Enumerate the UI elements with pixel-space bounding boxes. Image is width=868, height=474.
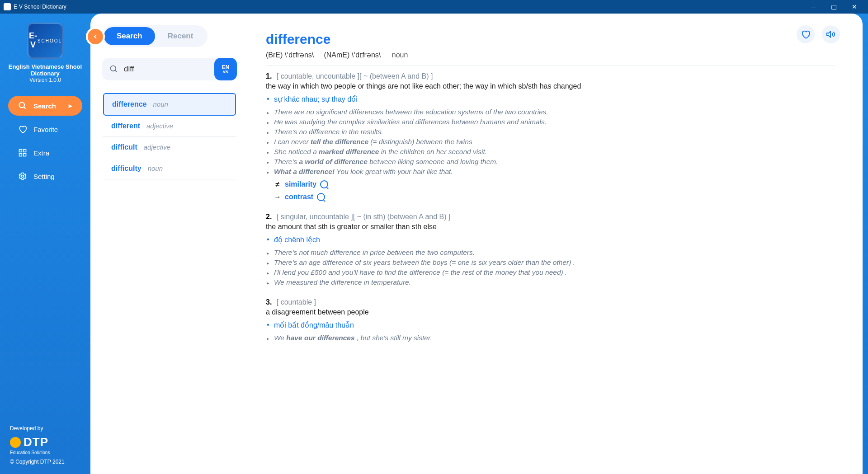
heart-icon — [18, 125, 27, 134]
tab-recent[interactable]: Recent — [155, 27, 206, 45]
bre-label: (BrE) — [266, 51, 283, 59]
name-ipa: \ˈdɪfrəns\ — [352, 51, 381, 59]
svg-line-8 — [115, 70, 117, 72]
svg-rect-5 — [24, 154, 26, 156]
search-icon — [109, 65, 118, 74]
favorite-button[interactable] — [797, 25, 815, 43]
svg-point-0 — [19, 103, 25, 108]
brand-text: DTP — [24, 435, 48, 449]
sense-translation: mối bất đồng/mâu thuẫn — [274, 321, 835, 329]
lang-top: EN — [222, 65, 230, 70]
nav-setting[interactable]: Setting — [8, 166, 82, 186]
sense-translation: sự khác nhau; sự thay đổi — [274, 95, 835, 103]
example: I can never tell the difference (= disti… — [274, 138, 835, 146]
svg-rect-4 — [19, 154, 22, 156]
brand: DTP — [10, 435, 80, 449]
result-item[interactable]: difficultadjective — [103, 137, 236, 158]
example: There's not much difference in price bet… — [274, 249, 835, 257]
example: There's a world of difference between li… — [274, 158, 835, 166]
search-panel: Search Recent EN VN differencenoundiffer… — [90, 14, 248, 474]
xref-symbol: → — [274, 193, 281, 201]
results-list: differencenoundifferentadjectivedifficul… — [102, 92, 237, 180]
example: There are no significant differences bet… — [274, 108, 835, 116]
tab-search[interactable]: Search — [104, 27, 155, 45]
xref-word: similarity — [285, 180, 316, 188]
nav-label: Search — [33, 102, 56, 110]
example: What a difference! You look great with y… — [274, 168, 835, 176]
chevron-right-icon: ▸ — [69, 102, 72, 110]
example: There's no difference in the results. — [274, 128, 835, 136]
close-button[interactable]: ✕ — [844, 0, 864, 14]
sidebar: E-VSCHOOL English Vietnamese Shool Dicti… — [0, 14, 90, 474]
copyright: © Copyright DTP 2021 — [10, 459, 80, 465]
example: We have our differences , but she's stil… — [274, 334, 835, 342]
developed-by: Developed by — [10, 425, 80, 432]
nav-label: Setting — [33, 173, 55, 180]
nav-favorite[interactable]: Favorite — [8, 119, 82, 139]
pronunciation: (BrE) \ˈdɪfrəns\ (NAmE) \ˈdɪfrəns\ noun — [266, 51, 835, 66]
sense-gram: [ singular, uncountable ][ ~ (in sth) (b… — [277, 213, 451, 221]
sense-num: 2. — [266, 213, 272, 221]
app-version: Version 1.0.0 — [0, 77, 90, 83]
collapse-sidebar-button[interactable] — [86, 27, 105, 46]
result-item[interactable]: difficultynoun — [103, 158, 236, 179]
name-label: (NAmE) — [324, 51, 349, 59]
svg-rect-2 — [19, 150, 22, 152]
sense-num: 3. — [266, 298, 272, 306]
result-pos: adjective — [144, 143, 170, 151]
magnifier-icon — [320, 180, 328, 188]
app-title: English Vietnamese Shool Dictionary — [0, 63, 90, 77]
xref-symbol: ≠ — [274, 180, 281, 188]
search-icon — [18, 101, 27, 110]
window-title: E-V School Dictionary — [14, 4, 66, 10]
head-pos: noun — [392, 51, 408, 59]
entry-content[interactable]: difference (BrE) \ˈdɪfrəns\ (NAmE) \ˈdɪf… — [248, 14, 863, 474]
nav-extra[interactable]: Extra — [8, 143, 82, 163]
sense-num: 1. — [266, 72, 272, 80]
svg-rect-3 — [24, 150, 26, 152]
chevron-left-icon — [92, 33, 99, 40]
titlebar: E-V School Dictionary ─ ▢ ✕ — [0, 0, 868, 14]
nav-label: Extra — [33, 149, 49, 157]
svg-point-6 — [22, 175, 24, 178]
example: I'll lend you £500 and you'll have to fi… — [274, 268, 835, 277]
example: We measured the difference in temperatur… — [274, 278, 835, 286]
result-pos: adjective — [146, 122, 173, 130]
sense-translation: độ chênh lệch — [274, 235, 835, 244]
result-word: difficulty — [111, 164, 142, 173]
result-item[interactable]: differencenoun — [103, 93, 236, 116]
sense-def: a disagreement between people — [266, 308, 835, 316]
result-word: different — [111, 122, 140, 130]
cross-reference[interactable]: ≠similarity — [274, 180, 835, 188]
audio-button[interactable] — [822, 25, 840, 43]
nav-label: Favorite — [33, 126, 58, 133]
nav-search[interactable]: Search ▸ — [8, 96, 82, 116]
brand-sub: Education Solutions — [10, 450, 80, 455]
sense-def: the way in which two people or things ar… — [266, 82, 835, 90]
result-pos: noun — [148, 164, 163, 172]
result-word: difference — [112, 100, 146, 108]
result-item[interactable]: differentadjective — [103, 116, 236, 137]
app-logo: E-VSCHOOL — [27, 23, 63, 59]
sense: 3. [ countable ]a disagreement between p… — [266, 298, 835, 342]
language-toggle[interactable]: EN VN — [214, 58, 237, 80]
example: He was studying the complex similarities… — [274, 118, 835, 126]
result-pos: noun — [153, 100, 168, 108]
sense: 2. [ singular, uncountable ][ ~ (in sth)… — [266, 213, 835, 286]
bre-ipa: \ˈdɪfrəns\ — [285, 51, 314, 59]
example: There's an age difference of six years b… — [274, 258, 835, 267]
result-word: difficult — [111, 143, 137, 151]
tabs: Search Recent — [102, 25, 208, 47]
sense-gram: [ countable ] — [277, 298, 316, 306]
minimize-button[interactable]: ─ — [803, 0, 824, 14]
cross-reference[interactable]: →contrast — [274, 193, 835, 201]
svg-point-7 — [111, 66, 116, 71]
brand-icon — [10, 437, 21, 448]
svg-line-1 — [24, 107, 26, 109]
maximize-button[interactable]: ▢ — [824, 0, 844, 14]
speaker-icon — [826, 29, 836, 39]
example: She noticed a marked difference in the c… — [274, 148, 835, 156]
gear-icon — [18, 172, 27, 181]
app-icon — [4, 3, 11, 10]
lang-bot: VN — [223, 70, 229, 74]
